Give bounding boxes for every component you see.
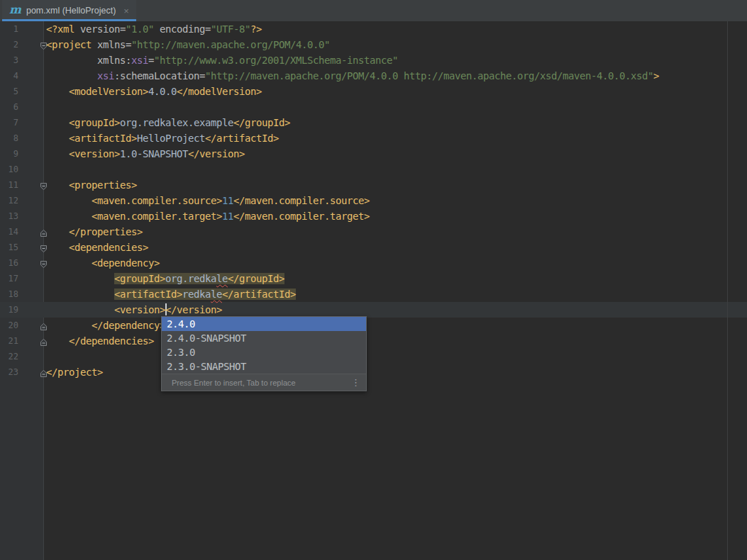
line-number: 11 — [0, 177, 18, 193]
code-line[interactable]: 15 <dependencies> — [0, 240, 747, 255]
completion-popup: 2.4.02.4.0-SNAPSHOT2.3.02.3.0-SNAPSHOT P… — [161, 316, 367, 391]
maven-file-icon: m — [9, 4, 21, 16]
code-line[interactable]: 6 — [0, 99, 747, 115]
line-number: 20 — [0, 318, 18, 333]
editor-tab-bar: m pom.xml (HelloProject) × — [0, 0, 747, 21]
code-text: <maven.compiler.target>11</maven.compile… — [46, 208, 370, 224]
line-number: 21 — [0, 333, 18, 349]
line-number: 14 — [0, 224, 18, 240]
code-text: <project xmlns="http://maven.apache.org/… — [46, 37, 330, 52]
completion-hint: Press Enter to insert, Tab to replace — [172, 379, 351, 387]
line-number: 17 — [0, 271, 18, 286]
code-text: <version>1.0-SNAPSHOT</version> — [46, 146, 245, 162]
code-line[interactable]: 23</project> — [0, 364, 747, 380]
completion-item[interactable]: 2.4.0 — [162, 317, 366, 331]
code-text: <artifactId>redkale</artifactId> — [46, 286, 296, 302]
code-line[interactable]: 16 <dependency> — [0, 255, 747, 271]
code-text: </project> — [46, 364, 103, 380]
code-text: <modelVersion>4.0.0</modelVersion> — [46, 84, 262, 99]
code-editor[interactable]: 1<?xml version="1.0" encoding="UTF-8"?>2… — [0, 21, 747, 560]
completion-item[interactable]: 2.3.0 — [162, 345, 366, 359]
line-number: 12 — [0, 193, 18, 208]
code-text: <version></version> — [46, 302, 222, 318]
code-text: <properties> — [46, 177, 137, 193]
code-line[interactable]: 10 — [0, 162, 747, 177]
line-number: 1 — [0, 21, 18, 37]
code-text: xsi:schemaLocation="http://maven.apache.… — [46, 68, 659, 84]
code-line[interactable]: 21 </dependencies> — [0, 333, 747, 349]
line-number: 6 — [0, 99, 18, 115]
line-number: 9 — [0, 146, 18, 162]
ide-window: m pom.xml (HelloProject) × 1<?xml versio… — [0, 0, 747, 560]
line-number: 8 — [0, 130, 18, 146]
completion-list: 2.4.02.4.0-SNAPSHOT2.3.02.3.0-SNAPSHOT — [162, 317, 366, 374]
line-number: 23 — [0, 364, 18, 380]
code-line[interactable]: 18 <artifactId>redkale</artifactId> — [0, 286, 747, 302]
line-number: 16 — [0, 255, 18, 271]
line-number: 7 — [0, 115, 18, 130]
completion-item[interactable]: 2.4.0-SNAPSHOT — [162, 331, 366, 345]
code-text: <artifactId>HelloProject</artifactId> — [46, 130, 279, 146]
line-number: 19 — [0, 302, 18, 318]
code-text: <groupId>org.redkalex.example</groupId> — [46, 115, 290, 130]
code-line[interactable]: 5 <modelVersion>4.0.0</modelVersion> — [0, 84, 747, 99]
line-number: 10 — [0, 162, 18, 177]
code-text: </dependency> — [46, 318, 165, 333]
code-line[interactable]: 8 <artifactId>HelloProject</artifactId> — [0, 130, 747, 146]
code-text: </dependencies> — [46, 333, 154, 349]
code-line[interactable]: 11 <properties> — [0, 177, 747, 193]
code-text: <dependency> — [46, 255, 160, 271]
code-line[interactable]: 12 <maven.compiler.source>11</maven.comp… — [0, 193, 747, 208]
completion-footer: Press Enter to insert, Tab to replace ⋮ — [162, 374, 366, 391]
tab-close-icon[interactable]: × — [123, 6, 129, 16]
code-line[interactable]: 13 <maven.compiler.target>11</maven.comp… — [0, 208, 747, 224]
code-text: <maven.compiler.source>11</maven.compile… — [46, 193, 370, 208]
code-text: <groupId>org.redkale</groupId> — [46, 271, 284, 286]
line-number: 22 — [0, 349, 18, 364]
line-number: 13 — [0, 208, 18, 224]
completion-item[interactable]: 2.3.0-SNAPSHOT — [162, 359, 366, 374]
more-options-icon[interactable]: ⋮ — [351, 378, 360, 387]
code-line[interactable]: 1<?xml version="1.0" encoding="UTF-8"?> — [0, 21, 747, 37]
tab-title: pom.xml (HelloProject) — [26, 6, 116, 16]
code-lines: 1<?xml version="1.0" encoding="UTF-8"?>2… — [0, 21, 747, 380]
code-line[interactable]: 3 xmlns:xsi="http://www.w3.org/2001/XMLS… — [0, 52, 747, 68]
line-number: 18 — [0, 286, 18, 302]
code-line[interactable]: 22 — [0, 349, 747, 364]
code-line[interactable]: 20 </dependency> — [0, 318, 747, 333]
line-number: 5 — [0, 84, 18, 99]
code-line[interactable]: 14 </properties> — [0, 224, 747, 240]
code-text: <?xml version="1.0" encoding="UTF-8"?> — [46, 21, 262, 37]
code-line[interactable]: 4 xsi:schemaLocation="http://maven.apach… — [0, 68, 747, 84]
code-line[interactable]: 2<project xmlns="http://maven.apache.org… — [0, 37, 747, 52]
line-number: 4 — [0, 68, 18, 84]
code-line[interactable]: 19 <version></version> — [0, 302, 747, 318]
code-line[interactable]: 7 <groupId>org.redkalex.example</groupId… — [0, 115, 747, 130]
code-line[interactable]: 9 <version>1.0-SNAPSHOT</version> — [0, 146, 747, 162]
code-text: </properties> — [46, 224, 143, 240]
tab-pom-xml[interactable]: m pom.xml (HelloProject) × — [2, 0, 136, 21]
code-line[interactable]: 17 <groupId>org.redkale</groupId> — [0, 271, 747, 286]
code-text: xmlns:xsi="http://www.w3.org/2001/XMLSch… — [46, 52, 398, 68]
code-text: <dependencies> — [46, 240, 148, 255]
line-number: 3 — [0, 52, 18, 68]
line-number: 2 — [0, 37, 18, 52]
line-number: 15 — [0, 240, 18, 255]
